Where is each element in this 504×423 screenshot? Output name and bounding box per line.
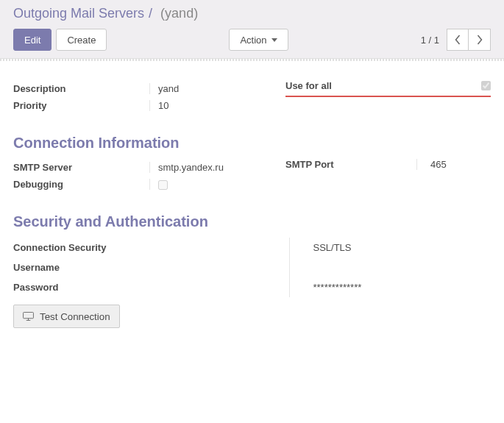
description-label: Description [13,80,149,97]
pager-next-button[interactable] [469,29,491,51]
smtp-server-label: SMTP Server [13,159,149,176]
breadcrumb: Outgoing Mail Servers / (yand) [13,6,491,21]
create-button[interactable]: Create [56,29,107,51]
security-auth-heading: Security and Authentication [13,213,491,230]
test-connection-button[interactable]: Test Connection [13,305,120,328]
edit-button[interactable]: Edit [13,29,52,51]
test-connection-label: Test Connection [40,311,110,322]
username-label: Username [13,257,289,277]
connection-security-label: Connection Security [13,238,289,257]
caret-down-icon [271,38,277,42]
priority-value: 10 [149,100,168,111]
smtp-port-label: SMTP Port [285,159,416,170]
debugging-checkbox [158,180,168,190]
password-label: Password [13,277,289,297]
debugging-label: Debugging [13,176,149,193]
password-value: ************* [289,277,491,297]
toolbar: Edit Create Action 1 / 1 [13,29,491,51]
username-value [289,257,491,277]
svg-rect-0 [24,313,34,319]
pager-count: 1 / 1 [421,35,439,46]
connection-info-heading: Connection Information [13,135,491,152]
breadcrumb-current: (yand) [157,6,198,21]
connection-security-value: SSL/TLS [289,238,491,257]
breadcrumb-separator: / [149,6,152,21]
use-for-all-row: Use for all [285,80,491,97]
action-label: Action [240,35,266,46]
action-dropdown[interactable]: Action [229,29,288,51]
pager-prev-button[interactable] [447,29,469,51]
breadcrumb-root[interactable]: Outgoing Mail Servers [13,6,144,21]
use-for-all-label: Use for all [285,80,332,91]
smtp-server-value: smtp.yandex.ru [149,162,224,173]
priority-label: Priority [13,97,149,114]
use-for-all-checkbox [481,81,491,90]
monitor-icon [23,312,34,321]
smtp-port-value: 465 [416,159,491,170]
description-value: yand [149,83,179,94]
chevron-right-icon [476,35,483,45]
chevron-left-icon [455,35,461,45]
